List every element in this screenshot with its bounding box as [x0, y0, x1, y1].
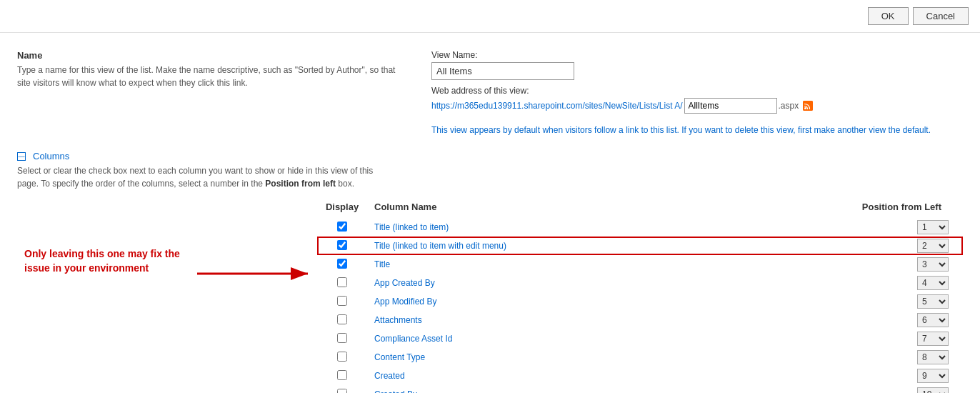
column-name-cell: Compliance Asset Id — [367, 329, 849, 348]
annotation-arrow — [190, 256, 319, 292]
cancel-button[interactable]: Cancel — [913, 7, 969, 25]
position-select[interactable]: 123456789101112 — [917, 332, 949, 346]
column-checkbox[interactable] — [337, 333, 347, 343]
ok-button[interactable]: OK — [868, 7, 909, 25]
view-name-label: View Name: — [431, 50, 963, 60]
web-address-row: https://m365edu139911.sharepoint.com/sit… — [431, 98, 963, 114]
position-select[interactable]: 123456789101112 — [917, 387, 949, 393]
position-cell: 123456789101112 — [849, 329, 963, 348]
position-cell: 123456789101112 — [849, 237, 963, 255]
name-section-title: Name — [17, 50, 403, 61]
position-cell: 123456789101112 — [849, 274, 963, 292]
position-select[interactable]: 123456789101112 — [917, 276, 949, 290]
columns-section-title: Columns — [33, 151, 69, 161]
position-cell: 123456789101112 — [849, 348, 963, 367]
display-cell — [317, 274, 367, 292]
table-row: Attachments123456789101112 — [317, 311, 963, 329]
header-position: Position from Left — [849, 199, 963, 218]
display-cell — [317, 218, 367, 237]
column-name-cell: Title (linked to item with edit menu) — [367, 237, 849, 255]
display-cell — [317, 255, 367, 274]
display-cell — [317, 292, 367, 311]
table-header-row: Display Column Name Position from Left — [317, 199, 963, 218]
column-name-cell: Title — [367, 255, 849, 274]
table-row: Compliance Asset Id123456789101112 — [317, 329, 963, 348]
column-checkbox[interactable] — [337, 259, 347, 269]
web-address-base-link[interactable]: https://m365edu139911.sharepoint.com/sit… — [431, 101, 683, 111]
position-select[interactable]: 123456789101112 — [917, 257, 949, 272]
position-select[interactable]: 123456789101112 — [917, 369, 949, 383]
column-name-cell: App Modified By — [367, 292, 849, 311]
name-section-left: Name Type a name for this view of the li… — [17, 50, 403, 136]
column-name-cell: Title (linked to item) — [367, 218, 849, 237]
column-checkbox[interactable] — [337, 296, 347, 306]
position-cell: 123456789101112 — [849, 255, 963, 274]
name-view-section: Name Type a name for this view of the li… — [17, 50, 963, 136]
column-checkbox[interactable] — [337, 240, 347, 250]
display-cell — [317, 367, 367, 385]
column-checkbox[interactable] — [337, 389, 347, 394]
column-name-cell: App Created By — [367, 274, 849, 292]
table-row: Content Type123456789101112 — [317, 348, 963, 367]
position-select[interactable]: 123456789101112 — [917, 350, 949, 364]
expand-icon: — — [17, 152, 26, 161]
columns-table: Display Column Name Position from Left T… — [317, 199, 963, 393]
column-name-cell: Created By — [367, 385, 849, 393]
display-cell — [317, 385, 367, 393]
table-row: Title (linked to item)123456789101112 — [317, 218, 963, 237]
display-cell — [317, 329, 367, 348]
position-cell: 123456789101112 — [849, 218, 963, 237]
header-column-name: Column Name — [367, 199, 849, 218]
table-row: App Modified By123456789101112 — [317, 292, 963, 311]
position-select[interactable]: 123456789101112 — [917, 294, 949, 309]
column-checkbox[interactable] — [337, 352, 347, 362]
column-checkbox[interactable] — [337, 222, 347, 232]
position-select[interactable]: 123456789101112 — [917, 313, 949, 327]
table-row: Title123456789101112 — [317, 255, 963, 274]
main-content: Name Type a name for this view of the li… — [0, 33, 980, 393]
web-address-input[interactable] — [684, 98, 777, 114]
view-name-input[interactable] — [431, 62, 574, 80]
rss-icon — [803, 101, 813, 111]
display-cell — [317, 311, 367, 329]
position-cell: 123456789101112 — [849, 385, 963, 393]
position-cell: 123456789101112 — [849, 311, 963, 329]
annotation-area: Only leaving this one may fix the issue … — [17, 199, 317, 393]
web-address-label: Web address of this view: — [431, 86, 963, 96]
annotation-text: Only leaving this one may fix the issue … — [24, 247, 196, 275]
view-config-section: View Name: Web address of this view: htt… — [431, 50, 963, 136]
table-row: App Created By123456789101112 — [317, 274, 963, 292]
svg-point-1 — [804, 107, 806, 109]
columns-layout: Only leaving this one may fix the issue … — [17, 199, 963, 393]
display-cell — [317, 237, 367, 255]
table-row: Created123456789101112 — [317, 367, 963, 385]
column-name-cell: Created — [367, 367, 849, 385]
header-display: Display — [317, 199, 367, 218]
display-cell — [317, 348, 367, 367]
position-select[interactable]: 123456789101112 — [917, 220, 949, 234]
table-row: Title (linked to item with edit menu)123… — [317, 237, 963, 255]
columns-section-desc: Select or clear the check box next to ea… — [17, 164, 396, 190]
columns-section: — Columns Select or clear the check box … — [17, 151, 963, 393]
default-view-note: This view appears by default when visito… — [431, 124, 963, 136]
name-section-desc: Type a name for this view of the list. M… — [17, 64, 396, 89]
column-checkbox[interactable] — [337, 277, 347, 287]
top-bar: OK Cancel — [0, 0, 980, 33]
table-row: Created By123456789101112 — [317, 385, 963, 393]
columns-table-wrapper: Display Column Name Position from Left T… — [317, 199, 963, 393]
position-cell: 123456789101112 — [849, 292, 963, 311]
column-checkbox[interactable] — [337, 314, 347, 324]
position-cell: 123456789101112 — [849, 367, 963, 385]
column-name-cell: Content Type — [367, 348, 849, 367]
columns-header[interactable]: — Columns — [17, 151, 963, 161]
web-address-suffix: .aspx — [779, 101, 799, 111]
column-name-cell: Attachments — [367, 311, 849, 329]
position-select[interactable]: 123456789101112 — [917, 239, 949, 253]
column-checkbox[interactable] — [337, 370, 347, 380]
